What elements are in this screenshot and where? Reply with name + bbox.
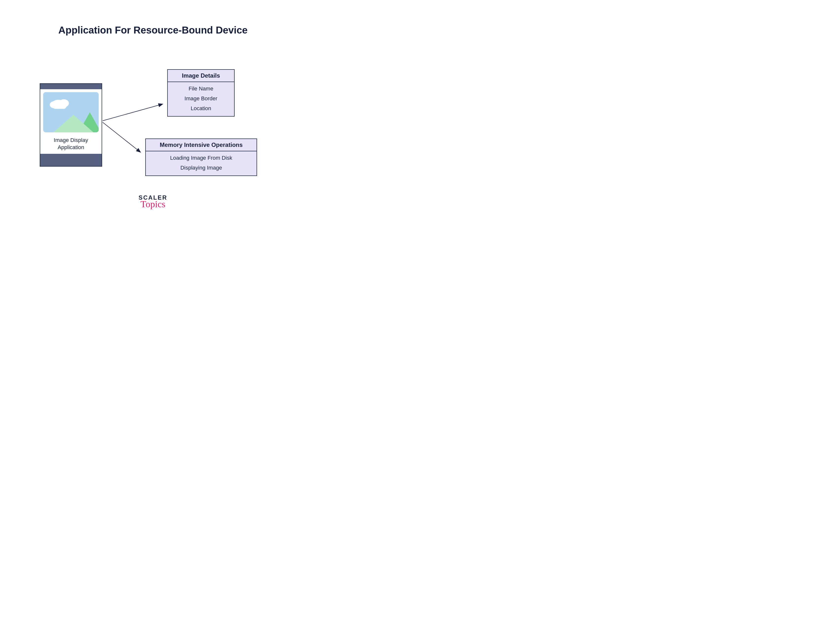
device-card: Image Display Application	[40, 83, 102, 167]
image-placeholder-icon	[43, 92, 99, 133]
device-frame-top	[40, 84, 102, 89]
device-frame-bottom	[40, 154, 102, 166]
panel-item: Displaying Image	[180, 164, 222, 171]
diagram-title: Application For Resource-Bound Device	[0, 25, 306, 36]
device-image-area	[40, 89, 102, 136]
panel-memory-ops-body: Loading Image From Disk Displaying Image	[146, 151, 257, 176]
device-body: Image Display Application	[40, 89, 102, 154]
brand-logo-line2: Topics	[0, 199, 306, 209]
panel-image-details-body: File Name Image Border Location	[168, 82, 234, 116]
panel-memory-ops: Memory Intensive Operations Loading Imag…	[145, 138, 257, 176]
device-label: Image Display Application	[40, 135, 102, 154]
panel-memory-ops-header: Memory Intensive Operations	[146, 139, 257, 151]
panel-item: Image Border	[185, 95, 218, 102]
arrow-to-memops	[103, 122, 141, 152]
panel-item: Loading Image From Disk	[170, 155, 232, 161]
brand-logo: SCALER Topics	[0, 194, 306, 209]
arrow-to-details	[103, 104, 163, 121]
panel-item: Location	[191, 105, 211, 112]
panel-image-details-header: Image Details	[168, 70, 234, 82]
panel-item: File Name	[188, 85, 213, 92]
panel-image-details: Image Details File Name Image Border Loc…	[167, 69, 235, 117]
svg-rect-4	[53, 104, 66, 109]
